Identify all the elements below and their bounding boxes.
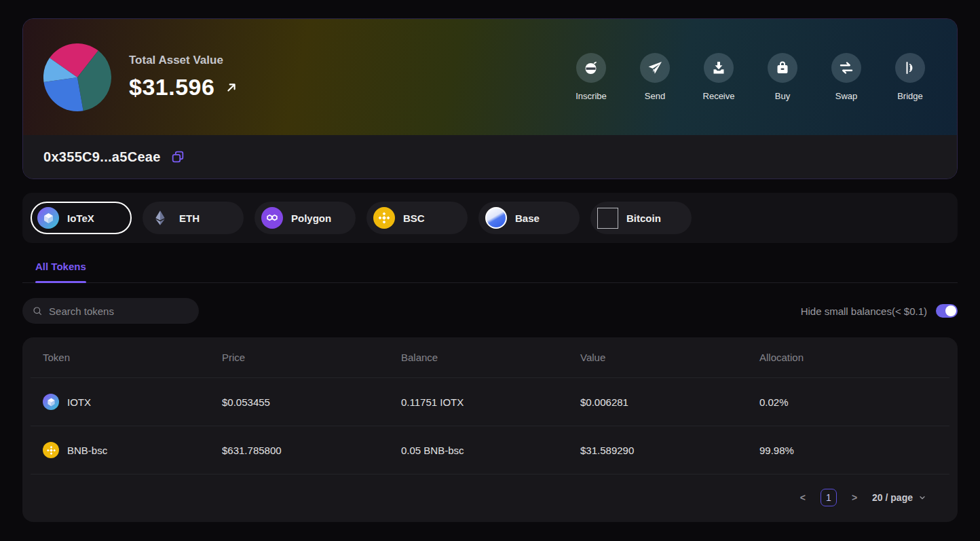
wallet-address: 0x355C9...a5Ceae	[43, 149, 161, 165]
search-box[interactable]	[22, 298, 199, 324]
token-price: $0.053455	[222, 396, 401, 408]
column-header-price: Price	[222, 352, 401, 363]
inscribe-icon	[576, 53, 606, 83]
buy-button[interactable]: Buy	[764, 53, 801, 101]
buy-icon	[768, 53, 797, 83]
send-icon	[640, 53, 670, 83]
column-header-allocation: Allocation	[759, 352, 937, 363]
chain-label: ETH	[179, 212, 200, 224]
token-allocation: 99.98%	[759, 445, 937, 456]
table-row[interactable]: IOTX $0.053455 0.11751 IOTX $0.006281 0.…	[31, 378, 949, 426]
next-page-button[interactable]: >	[849, 489, 860, 506]
token-controls: Hide small balances(< $0.1)	[22, 298, 958, 324]
asset-value: $31.596	[129, 74, 214, 100]
token-price: $631.785800	[222, 445, 401, 456]
current-page-button[interactable]: 1	[821, 489, 837, 506]
chain-tab-polygon[interactable]: Polygon	[255, 202, 356, 234]
action-label: Send	[645, 91, 665, 101]
address-bar: 0x355C9...a5Ceae	[23, 135, 957, 179]
chain-label: Base	[515, 212, 540, 224]
chain-tab-bitcoin[interactable]: Bitcoin	[590, 202, 692, 234]
tokens-table: Token Price Balance Value Allocation IOT…	[22, 337, 958, 522]
receive-button[interactable]: Receive	[700, 53, 737, 101]
token-value: $0.006281	[580, 396, 759, 408]
action-buttons: Inscribe Send	[573, 53, 928, 101]
page-size-select[interactable]: 20 / page	[872, 492, 926, 503]
token-balance: 0.05 BNB-bsc	[401, 445, 580, 456]
token-name: BNB-bsc	[67, 445, 107, 456]
chain-tab-iotex[interactable]: IoTeX	[31, 202, 132, 234]
total-asset-card: Total Asset Value $31.596	[22, 18, 958, 179]
chain-label: BSC	[403, 212, 425, 224]
action-label: Receive	[703, 91, 735, 101]
eth-icon	[149, 207, 171, 229]
bridge-button[interactable]: Bridge	[892, 53, 928, 101]
bnb-token-icon	[43, 442, 59, 458]
token-value: $31.589290	[580, 445, 759, 456]
wallet-dashboard: Total Asset Value $31.596	[0, 0, 980, 541]
chain-tab-bsc[interactable]: BSC	[366, 202, 468, 234]
asset-hero: Total Asset Value $31.596	[23, 19, 957, 135]
hide-small-balances: Hide small balances(< $0.1)	[801, 304, 958, 318]
pie-chart-icon	[43, 43, 111, 111]
chain-selector: IoTeX ETH Polygon	[22, 193, 958, 243]
base-icon	[485, 207, 507, 229]
bridge-icon	[895, 53, 925, 83]
prev-page-button[interactable]: <	[797, 489, 808, 506]
inscribe-button[interactable]: Inscribe	[573, 53, 609, 101]
token-tabs: All Tokens	[22, 261, 958, 283]
bitcoin-icon	[597, 208, 618, 229]
trend-arrow-icon	[224, 80, 239, 95]
tabs-divider	[22, 282, 958, 283]
iotx-token-icon	[43, 394, 59, 410]
chain-label: IoTeX	[67, 212, 94, 224]
page-size-label: 20 / page	[872, 492, 913, 503]
hide-small-label: Hide small balances(< $0.1)	[801, 305, 927, 317]
chain-label: Bitcoin	[626, 212, 661, 224]
hide-small-toggle[interactable]	[936, 304, 958, 318]
chain-tab-base[interactable]: Base	[478, 202, 580, 234]
action-label: Buy	[775, 91, 790, 101]
copy-icon	[170, 149, 185, 164]
search-input[interactable]	[49, 305, 189, 317]
chain-tab-eth[interactable]: ETH	[143, 202, 244, 234]
swap-button[interactable]: Swap	[828, 53, 865, 101]
asset-title: Total Asset Value	[129, 54, 239, 67]
action-label: Swap	[835, 91, 858, 101]
iotex-icon	[37, 207, 59, 229]
tab-active-underline	[35, 281, 86, 283]
swap-icon	[831, 53, 861, 83]
action-label: Bridge	[897, 91, 923, 101]
table-row[interactable]: BNB-bsc $631.785800 0.05 BNB-bsc $31.589…	[31, 426, 949, 474]
column-header-value: Value	[580, 352, 759, 363]
column-header-balance: Balance	[401, 352, 580, 363]
tab-all-tokens[interactable]: All Tokens	[35, 261, 86, 283]
send-button[interactable]: Send	[637, 53, 673, 101]
action-label: Inscribe	[576, 91, 607, 101]
search-icon	[32, 305, 43, 317]
token-name: IOTX	[67, 396, 91, 408]
copy-address-button[interactable]	[170, 149, 185, 164]
polygon-icon	[261, 207, 283, 229]
column-header-token: Token	[43, 352, 222, 363]
receive-icon	[704, 53, 734, 83]
table-header-row: Token Price Balance Value Allocation	[31, 337, 949, 378]
token-balance: 0.11751 IOTX	[401, 396, 580, 408]
toggle-knob	[945, 305, 956, 316]
pagination: < 1 > 20 / page	[22, 474, 958, 521]
chain-label: Polygon	[291, 212, 331, 224]
asset-summary: Total Asset Value $31.596	[129, 54, 239, 100]
chevron-down-icon	[918, 493, 926, 502]
token-allocation: 0.02%	[759, 396, 937, 408]
bsc-icon	[373, 207, 395, 229]
